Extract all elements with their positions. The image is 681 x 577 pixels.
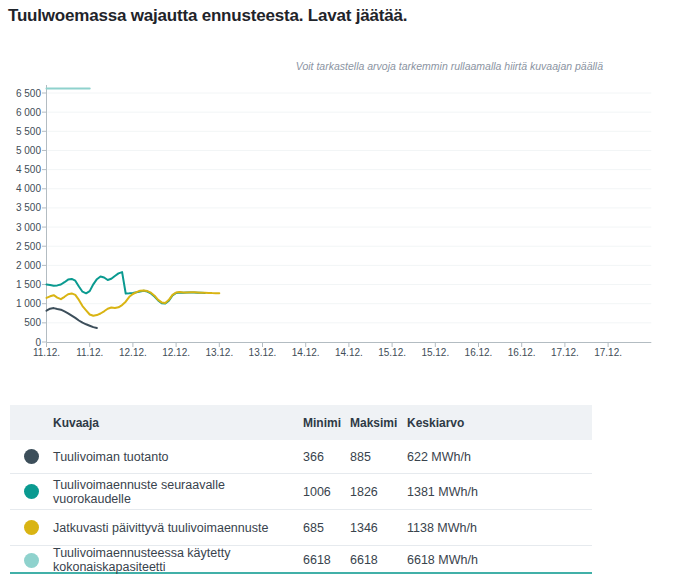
series-max: 885 [350, 450, 407, 464]
svg-text:3 000: 3 000 [16, 222, 41, 233]
svg-text:1 000: 1 000 [16, 298, 41, 309]
series-name: Tuulivoiman tuotanto [53, 450, 303, 464]
svg-text:13.12.: 13.12. [249, 347, 277, 358]
table-row: Tuulivoimaennusteessa käytetty kokonaisk… [10, 546, 592, 574]
table-row: Tuulivoimaennuste seuraavalle vuorokaude… [10, 474, 592, 510]
svg-text:1 500: 1 500 [16, 279, 41, 290]
series-avg: 622 MWh/h [407, 450, 592, 464]
series-max: 6618 [350, 553, 407, 567]
svg-text:500: 500 [24, 317, 41, 328]
header-minimi: Minimi [303, 416, 350, 430]
svg-text:4 000: 4 000 [16, 183, 41, 194]
series-summary-table: Kuvaaja Minimi Maksimi Keskiarvo Tuulivo… [10, 405, 592, 574]
series-name: Jatkuvasti päivittyvä tuulivoimaennuste [53, 521, 303, 535]
svg-text:3 500: 3 500 [16, 202, 41, 213]
swatch-cell [10, 520, 53, 535]
svg-text:2 500: 2 500 [16, 241, 41, 252]
series-color-swatch [24, 449, 39, 464]
series-min: 6618 [303, 553, 350, 567]
svg-text:14.12.: 14.12. [292, 347, 320, 358]
svg-text:15.12.: 15.12. [378, 347, 406, 358]
svg-text:5 000: 5 000 [16, 145, 41, 156]
swatch-cell [10, 553, 53, 568]
wind-power-chart[interactable]: 05001 0001 5002 0002 5003 0003 5004 0004… [0, 0, 681, 380]
series-name: Tuulivoimaennusteessa käytetty kokonaisk… [53, 546, 303, 574]
header-keskiarvo: Keskiarvo [407, 416, 592, 430]
series-max: 1346 [350, 521, 407, 535]
table-row: Tuulivoiman tuotanto 366 885 622 MWh/h [10, 440, 592, 474]
svg-text:17.12.: 17.12. [594, 347, 622, 358]
header-kuvaaja: Kuvaaja [53, 416, 303, 430]
series-color-swatch [24, 484, 39, 499]
svg-text:14.12.: 14.12. [335, 347, 363, 358]
series-name: Tuulivoimaennuste seuraavalle vuorokaude… [53, 478, 303, 506]
series-color-swatch [24, 553, 39, 568]
series-min: 366 [303, 450, 350, 464]
svg-text:11.12.: 11.12. [33, 347, 60, 358]
svg-text:2 000: 2 000 [16, 260, 41, 271]
svg-text:11.12.: 11.12. [76, 347, 103, 358]
table-row: Jatkuvasti päivittyvä tuulivoimaennuste … [10, 510, 592, 546]
series-avg: 1138 MWh/h [407, 521, 592, 535]
table-header-row: Kuvaaja Minimi Maksimi Keskiarvo [10, 405, 592, 440]
svg-text:5 500: 5 500 [16, 126, 41, 137]
svg-text:15.12.: 15.12. [421, 347, 449, 358]
svg-text:12.12.: 12.12. [162, 347, 190, 358]
series-avg: 6618 MWh/h [407, 553, 592, 567]
header-maksimi: Maksimi [350, 416, 407, 430]
swatch-cell [10, 484, 53, 499]
svg-text:17.12.: 17.12. [551, 347, 579, 358]
series-avg: 1381 MWh/h [407, 485, 592, 499]
series-color-swatch [24, 520, 39, 535]
svg-text:4 500: 4 500 [16, 164, 41, 175]
series-max: 1826 [350, 485, 407, 499]
svg-text:16.12.: 16.12. [465, 347, 493, 358]
series-min: 685 [303, 521, 350, 535]
svg-text:0: 0 [35, 337, 41, 348]
wind-forecast-widget: Tuulwoemassa wajautta ennusteesta. Lavat… [0, 0, 681, 577]
svg-text:12.12.: 12.12. [119, 347, 147, 358]
svg-text:6 500: 6 500 [16, 88, 41, 99]
svg-text:13.12.: 13.12. [205, 347, 233, 358]
svg-text:6 000: 6 000 [16, 107, 41, 118]
series-min: 1006 [303, 485, 350, 499]
swatch-cell [10, 449, 53, 464]
svg-text:16.12.: 16.12. [508, 347, 536, 358]
